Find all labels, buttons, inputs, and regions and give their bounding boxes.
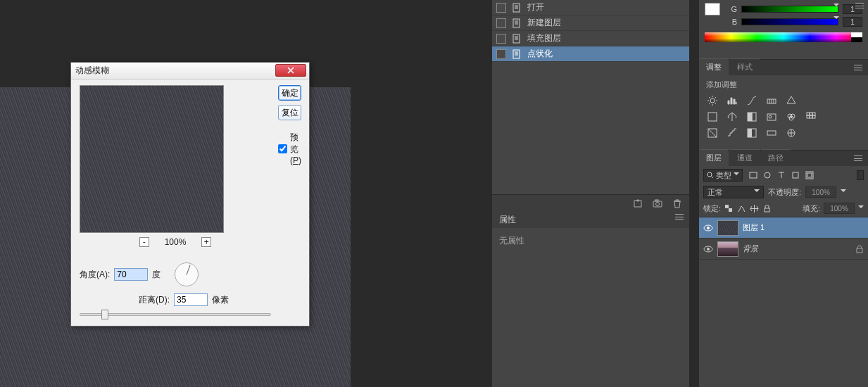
panel-menu-icon[interactable] bbox=[853, 154, 864, 163]
tab-paths[interactable]: 路径 bbox=[761, 149, 791, 166]
svg-rect-25 bbox=[748, 129, 752, 137]
svg-rect-10 bbox=[708, 113, 717, 121]
properties-tab[interactable]: 属性 bbox=[492, 211, 689, 228]
preview-area[interactable] bbox=[80, 85, 224, 233]
history-checkbox[interactable] bbox=[496, 3, 506, 13]
layer-thumbnail[interactable] bbox=[717, 220, 738, 236]
slider-thumb[interactable] bbox=[101, 310, 108, 319]
trash-icon[interactable] bbox=[672, 198, 682, 208]
history-item[interactable]: 点状化 bbox=[492, 46, 689, 62]
history-checkbox[interactable] bbox=[496, 18, 506, 28]
layer-thumbnail[interactable] bbox=[717, 241, 738, 257]
lock-position-icon[interactable] bbox=[750, 204, 759, 213]
angle-input[interactable] bbox=[114, 268, 148, 281]
layer-name[interactable]: 图层 1 bbox=[743, 222, 765, 233]
svg-point-31 bbox=[765, 172, 770, 178]
panel-menu-icon[interactable] bbox=[674, 212, 685, 221]
tab-adjustments[interactable]: 调整 bbox=[699, 58, 729, 75]
preview-checkbox[interactable] bbox=[278, 144, 287, 153]
fill-value[interactable]: 100% bbox=[824, 203, 855, 214]
panel-menu-icon[interactable] bbox=[854, 1, 865, 10]
history-item[interactable]: 新建图层 bbox=[492, 15, 689, 31]
panel-menu-icon[interactable] bbox=[853, 63, 864, 72]
lock-transparency-icon[interactable] bbox=[724, 204, 734, 213]
layer-filter-kind[interactable]: 类型 bbox=[703, 169, 743, 182]
exposure-icon[interactable] bbox=[765, 94, 777, 106]
photo-filter-icon[interactable] bbox=[765, 110, 777, 122]
chevron-down-icon[interactable] bbox=[858, 205, 864, 211]
opacity-value[interactable]: 100% bbox=[805, 186, 836, 198]
bw-icon[interactable] bbox=[746, 110, 757, 122]
filter-type-icon[interactable] bbox=[776, 170, 786, 180]
color-panel: G 1 B 1 bbox=[699, 0, 868, 59]
g-label: G bbox=[729, 5, 737, 13]
selective-color-icon[interactable] bbox=[785, 127, 797, 139]
layer-name[interactable]: 背景 bbox=[743, 243, 758, 254]
lock-pixels-icon[interactable] bbox=[737, 204, 746, 213]
color-spectrum[interactable] bbox=[705, 32, 862, 42]
distance-unit: 像素 bbox=[212, 294, 229, 306]
dialog-titlebar[interactable]: 动感模糊 bbox=[71, 63, 309, 80]
visibility-icon[interactable] bbox=[703, 223, 713, 233]
gradient-map-icon[interactable] bbox=[765, 127, 777, 139]
preview-checkbox-row[interactable]: 预览(P) bbox=[278, 132, 301, 165]
filter-adjust-icon[interactable] bbox=[762, 170, 772, 180]
close-button[interactable] bbox=[275, 64, 306, 77]
history-checkbox[interactable] bbox=[496, 34, 506, 44]
curves-icon[interactable] bbox=[746, 94, 757, 106]
filter-toggle[interactable] bbox=[857, 170, 864, 180]
preview-label: 预览(P) bbox=[290, 132, 301, 165]
layer-item[interactable]: 背景 bbox=[699, 239, 868, 260]
distance-input[interactable] bbox=[174, 293, 208, 306]
filter-shape-icon[interactable] bbox=[791, 170, 800, 180]
levels-icon[interactable] bbox=[726, 94, 738, 106]
layer-item[interactable]: 图层 1 bbox=[699, 217, 868, 239]
hue-icon[interactable] bbox=[706, 110, 718, 122]
color-lookup-icon[interactable] bbox=[805, 110, 817, 122]
history-item[interactable]: 打开 bbox=[492, 0, 689, 15]
tab-layers[interactable]: 图层 bbox=[699, 149, 729, 166]
right-panels: G 1 B 1 调整 样式 添加调整 bbox=[699, 0, 868, 387]
svg-rect-12 bbox=[752, 113, 756, 121]
visibility-icon[interactable] bbox=[703, 244, 713, 254]
filter-smart-icon[interactable] bbox=[805, 170, 814, 180]
svg-rect-19 bbox=[810, 113, 812, 115]
vibrance-icon[interactable] bbox=[785, 94, 797, 106]
history-item[interactable]: 填充图层 bbox=[492, 31, 689, 46]
foreground-swatch[interactable] bbox=[705, 3, 720, 15]
zoom-in-button[interactable]: + bbox=[201, 237, 211, 247]
svg-rect-27 bbox=[767, 131, 776, 135]
brightness-icon[interactable] bbox=[706, 94, 718, 106]
properties-empty: 无属性 bbox=[499, 236, 524, 246]
svg-point-6 bbox=[656, 202, 660, 205]
channel-mixer-icon[interactable] bbox=[785, 110, 797, 122]
lock-label: 锁定: bbox=[703, 203, 721, 214]
dialog-title: 动感模糊 bbox=[75, 65, 109, 77]
tab-styles[interactable]: 样式 bbox=[730, 58, 760, 75]
chevron-down-icon[interactable] bbox=[841, 189, 846, 195]
camera-icon[interactable] bbox=[653, 198, 662, 208]
svg-rect-11 bbox=[748, 113, 752, 121]
b-value[interactable]: 1 bbox=[843, 17, 862, 27]
tab-channels[interactable]: 通道 bbox=[730, 149, 760, 166]
ok-button[interactable]: 确定 bbox=[278, 85, 301, 101]
invert-icon[interactable] bbox=[706, 127, 718, 139]
filter-pixel-icon[interactable] bbox=[748, 170, 758, 180]
new-document-icon[interactable] bbox=[633, 198, 643, 208]
g-slider[interactable] bbox=[741, 6, 838, 13]
svg-rect-0 bbox=[513, 4, 520, 12]
zoom-out-button[interactable]: - bbox=[139, 237, 149, 247]
b-slider[interactable] bbox=[741, 18, 838, 25]
lock-all-icon[interactable] bbox=[762, 204, 772, 213]
b-label: B bbox=[729, 18, 737, 26]
threshold-icon[interactable] bbox=[746, 127, 757, 139]
history-checkbox[interactable] bbox=[496, 49, 506, 59]
properties-tab-label: 属性 bbox=[499, 214, 516, 226]
reset-button[interactable]: 复位 bbox=[278, 105, 301, 120]
distance-slider[interactable] bbox=[80, 313, 271, 316]
angle-dial[interactable] bbox=[175, 262, 199, 286]
blend-mode-select[interactable]: 正常 bbox=[703, 186, 764, 198]
svg-point-41 bbox=[707, 248, 710, 250]
posterize-icon[interactable] bbox=[726, 127, 738, 139]
balance-icon[interactable] bbox=[726, 110, 738, 122]
